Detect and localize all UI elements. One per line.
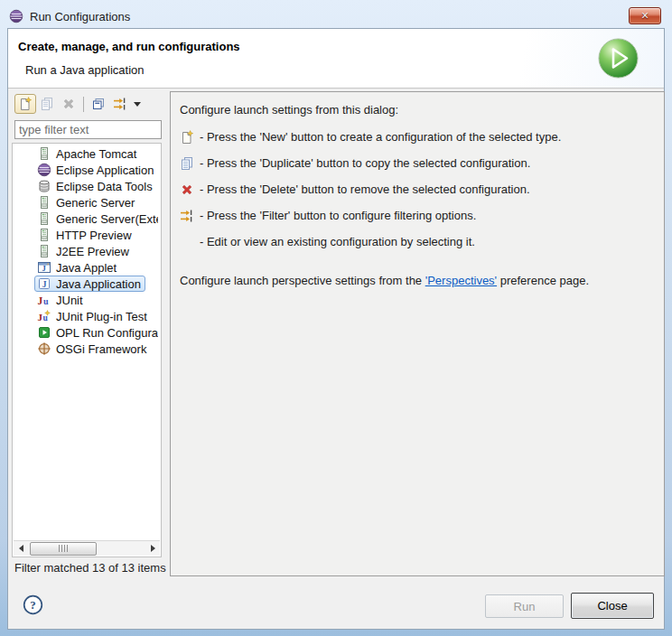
tree-item-label: OSGi Framework	[56, 342, 146, 356]
tree-item-opl-run-configuration[interactable]: OPL Run Configuratio	[13, 324, 161, 341]
tree-item-eclipse-application[interactable]: Eclipse Application	[13, 162, 161, 178]
dialog-header-subtitle: Run a Java application	[25, 63, 145, 77]
scroll-right-button[interactable]	[145, 541, 160, 556]
arrow-right-icon	[151, 545, 155, 552]
tree-item-junit-plugin-test[interactable]: JuJUnit Plug-in Test	[13, 308, 161, 324]
new-config-button[interactable]	[14, 94, 36, 114]
filter-status-text: Filter matched 13 of 13 items	[14, 561, 166, 575]
tree-item-junit[interactable]: JuJUnit	[13, 292, 161, 308]
tree-item-generic-server-external[interactable]: Generic Server(Externa	[13, 210, 161, 227]
tree-item-label: Generic Server	[56, 196, 135, 210]
instruction-row: - Edit or view an existing configuration…	[180, 234, 655, 249]
grip-icon	[59, 545, 68, 552]
tree-item-label: Java Applet	[56, 261, 117, 275]
opl-run-icon	[37, 325, 51, 340]
java-application-icon: J	[37, 276, 51, 291]
tree-item-generic-server[interactable]: Generic Server	[13, 194, 161, 210]
duplicate-button[interactable]	[36, 94, 58, 114]
window-close-button[interactable]: ✕	[629, 7, 661, 24]
instruction-row: - Press the 'New' button to create a con…	[180, 129, 655, 145]
dialog-header-title: Create, manage, and run configurations	[18, 40, 240, 53]
instruction-text: - Press the 'Delete' button to remove th…	[200, 182, 530, 196]
scrollbar-thumb[interactable]	[30, 542, 97, 556]
arrow-left-icon	[19, 545, 23, 552]
tree-item-label: JUnit	[56, 294, 83, 307]
run-orb-icon	[597, 37, 639, 80]
run-button[interactable]: Run	[485, 594, 564, 618]
close-button[interactable]: Close	[571, 593, 654, 619]
svg-text:u: u	[43, 296, 49, 306]
launch-toolbar	[14, 93, 144, 115]
spacer	[180, 235, 194, 249]
tree-item-label: OPL Run Configuratio	[56, 326, 159, 340]
tree-item-apache-tomcat[interactable]: Apache Tomcat	[13, 145, 161, 162]
eclipse-logo-icon	[9, 9, 23, 23]
svg-text:J: J	[42, 280, 47, 289]
toolbar-menu-button[interactable]	[131, 94, 144, 114]
tree-item-j2ee-preview[interactable]: J2EE Preview	[13, 243, 161, 259]
run-configurations-dialog: Run Configurations ✕ Create, manage, and…	[0, 0, 672, 636]
tree-item-osgi-framework[interactable]: OSGi Framework	[13, 341, 161, 357]
delete-icon	[180, 182, 194, 197]
instructions-panel: Configure launch settings from this dial…	[170, 91, 665, 576]
junit-icon: Ju	[37, 293, 51, 307]
help-button[interactable]: ?	[23, 594, 43, 615]
instructions-intro: Configure launch settings from this dial…	[180, 103, 655, 117]
scroll-left-button[interactable]	[14, 541, 28, 556]
instruction-text: - Press the 'New' button to create a con…	[200, 130, 561, 144]
configuration-tree: Apache Tomcat Eclipse Application Eclips…	[12, 143, 162, 557]
instruction-row: - Press the 'Duplicate' button to copy t…	[180, 155, 655, 171]
delete-button[interactable]	[58, 94, 79, 114]
server-icon	[37, 228, 51, 242]
instruction-row: - Press the 'Delete' button to remove th…	[180, 182, 655, 197]
svg-text:?: ?	[30, 598, 36, 612]
perspective-note: Configure launch perspective settings fr…	[180, 274, 655, 287]
dialog-body: Create, manage, and run configurations R…	[7, 28, 665, 630]
tree-item-label: Eclipse Data Tools	[56, 180, 153, 193]
instruction-text: - Press the 'Filter' button to configure…	[200, 209, 476, 222]
tree-item-label: JUnit Plug-in Test	[56, 310, 147, 323]
osgi-icon	[37, 341, 51, 356]
instruction-text: - Edit or view an existing configuration…	[200, 235, 475, 248]
titlebar[interactable]: Run Configurations	[9, 5, 621, 27]
tree-item-label: Java Application	[56, 277, 141, 291]
server-icon	[37, 211, 51, 226]
collapse-all-button[interactable]	[88, 94, 109, 114]
tree-item-java-applet[interactable]: JJava Applet	[13, 259, 161, 276]
junit-plugin-icon: Ju	[37, 309, 51, 323]
duplicate-icon	[180, 156, 194, 171]
tree-item-label: J2EE Preview	[56, 245, 129, 258]
java-applet-icon: J	[37, 260, 51, 275]
tree-item-http-preview[interactable]: HTTP Preview	[13, 227, 161, 243]
eclipse-icon	[37, 163, 51, 177]
server-icon	[37, 244, 51, 258]
perspective-text-before: Configure launch perspective settings fr…	[180, 274, 425, 287]
instruction-row: - Press the 'Filter' button to configure…	[180, 208, 655, 223]
dialog-header: Create, manage, and run configurations R…	[8, 29, 664, 89]
toolbar-separator	[83, 97, 84, 112]
database-icon	[37, 179, 51, 193]
tree-item-java-application[interactable]: JJava Application	[13, 276, 161, 292]
server-icon	[37, 195, 51, 210]
close-icon: ✕	[640, 11, 649, 21]
perspectives-link[interactable]: 'Perspectives'	[425, 274, 497, 287]
tree-item-eclipse-data-tools[interactable]: Eclipse Data Tools	[13, 178, 161, 194]
filter-input[interactable]	[14, 120, 162, 139]
tree-item-label: Generic Server(Externa	[56, 212, 159, 226]
tree-item-label: Apache Tomcat	[56, 147, 136, 161]
instruction-text: - Press the 'Duplicate' button to copy t…	[200, 156, 530, 170]
filter-button[interactable]	[109, 94, 131, 114]
horizontal-scrollbar[interactable]	[14, 540, 160, 556]
tree-item-label: HTTP Preview	[56, 229, 132, 242]
chevron-down-icon	[134, 102, 141, 107]
window-title: Run Configurations	[30, 10, 130, 23]
perspective-text-after: preference page.	[497, 274, 589, 287]
server-icon	[37, 146, 51, 161]
svg-text:J: J	[38, 295, 43, 306]
tree-item-label: Eclipse Application	[56, 164, 154, 177]
new-config-icon	[180, 130, 194, 145]
filter-icon	[180, 209, 194, 223]
